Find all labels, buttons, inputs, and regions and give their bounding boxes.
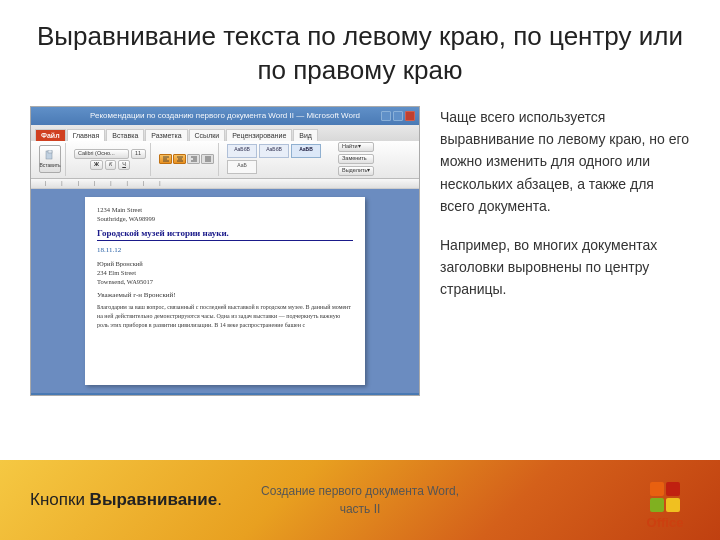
page-title: Выравнивание текста по левому краю, по ц… [30, 20, 690, 88]
tab-file[interactable]: Файл [35, 129, 66, 141]
footer-line2: часть II [261, 500, 459, 518]
tab-layout[interactable]: Разметка [145, 129, 187, 141]
document-date: 18.11.12 [97, 246, 353, 254]
logo-square-3 [650, 498, 664, 512]
caption-suffix: . [217, 490, 222, 509]
office-logo-icon [650, 482, 680, 512]
office-logo: Office [630, 470, 700, 530]
tab-view[interactable]: Вид [293, 129, 318, 141]
word-titlebar: Рекомендации по созданию первого докумен… [31, 107, 419, 125]
paragraph-group [155, 143, 219, 176]
document-heading: Городской музей истории науки. [97, 228, 353, 241]
tab-refs[interactable]: Ссылки [189, 129, 226, 141]
right-panel: Чаще всего используется выравнивание по … [440, 106, 690, 317]
minimize-btn[interactable] [381, 111, 391, 121]
font-select[interactable]: Calibri (Осно... [74, 149, 129, 159]
logo-square-2 [666, 482, 680, 496]
styles-group: АаБбВ АаБбВ АаБВ АаБ [223, 143, 331, 176]
italic-btn[interactable]: К [105, 160, 116, 170]
window-controls [381, 111, 415, 121]
bottom-footer: Создание первого документа Word, часть I… [261, 482, 459, 518]
ribbon-tabs: Файл Главная Вставка Разметка Ссылки Рец… [31, 125, 419, 141]
replace-btn[interactable]: Заменить [338, 154, 374, 164]
sender-block: Юрий Вронский 234 Elm Street Townsend, W… [97, 259, 353, 286]
align-center-btn[interactable] [173, 154, 186, 164]
font-group: Calibri (Осно... 11 Ж К Ч [70, 143, 151, 176]
underline-btn[interactable]: Ч [118, 160, 130, 170]
ribbon-content: Вставить Calibri (Осно... 11 Ж К Ч [31, 141, 419, 179]
find-btn[interactable]: Найти▾ [338, 142, 374, 152]
font-size[interactable]: 11 [131, 149, 146, 159]
close-btn[interactable] [405, 111, 415, 121]
right-paragraph-2: Например, во многих документах заголовки… [440, 234, 690, 301]
align-buttons [159, 154, 214, 164]
document-body: Благодарим за ваш вопрос, связанный с по… [97, 303, 353, 330]
caption-bold: Выравнивание [90, 490, 218, 509]
paste-group: Вставить [35, 143, 66, 176]
office-logo-text: Office [647, 515, 684, 530]
align-justify-btn[interactable] [201, 154, 214, 164]
tab-home[interactable]: Главная [67, 129, 106, 141]
tab-review[interactable]: Рецензирование [226, 129, 292, 141]
align-right-btn[interactable] [187, 154, 200, 164]
align-left-btn[interactable] [159, 154, 172, 164]
caption-prefix: Кнопки [30, 490, 90, 509]
footer-line1: Создание первого документа Word, [261, 482, 459, 500]
ruler: | | | | | | | | [31, 179, 419, 189]
word-page: 1234 Main Street Southridge, WA98999 Гор… [85, 197, 365, 385]
content-row: Рекомендации по созданию первого докумен… [30, 106, 690, 396]
find-group: Найти▾ Заменить Выделить▾ [335, 142, 377, 176]
document-area: 1234 Main Street Southridge, WA98999 Гор… [31, 189, 419, 393]
maximize-btn[interactable] [393, 111, 403, 121]
paste-button[interactable]: Вставить [39, 145, 61, 173]
main-content: Выравнивание текста по левому краю, по ц… [0, 0, 720, 460]
document-greeting: Уважаемый г-н Вронский! [97, 291, 353, 299]
logo-square-4 [666, 498, 680, 512]
right-paragraph-1: Чаще всего используется выравнивание по … [440, 106, 690, 218]
bold-btn[interactable]: Ж [90, 160, 103, 170]
address-block: 1234 Main Street Southridge, WA98999 [97, 205, 353, 223]
logo-grid [650, 482, 680, 512]
word-statusbar: Страница: 1 из 2 Число слов: 119 [31, 393, 419, 396]
logo-square-1 [650, 482, 664, 496]
bottom-caption: Кнопки Выравнивание. [30, 490, 222, 510]
word-titlebar-text: Рекомендации по созданию первого докумен… [90, 111, 360, 120]
tab-insert[interactable]: Вставка [106, 129, 144, 141]
bottom-content: Кнопки Выравнивание. Создание первого до… [0, 460, 720, 540]
svg-rect-1 [48, 150, 52, 153]
select-btn[interactable]: Выделить▾ [338, 166, 374, 176]
word-window: Рекомендации по созданию первого докумен… [30, 106, 420, 396]
